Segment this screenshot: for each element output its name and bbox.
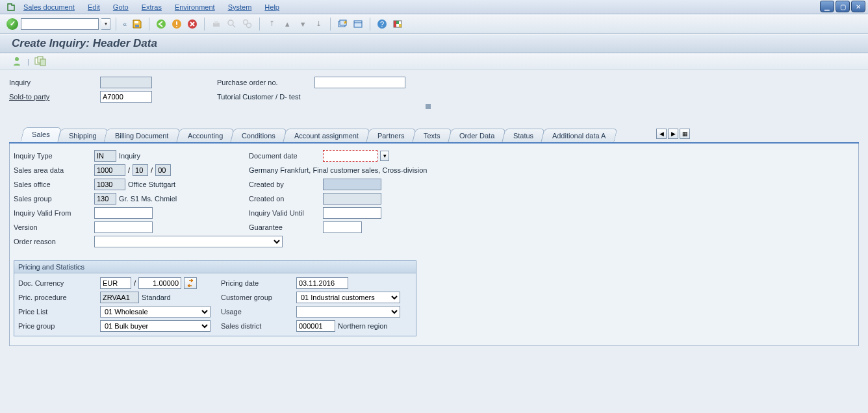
command-field[interactable]	[21, 18, 99, 30]
header-fields: Inquiry Purchase order no. Sold-to party…	[9, 77, 859, 103]
sales-group-field[interactable]	[94, 193, 116, 205]
soldto-field[interactable]	[100, 91, 152, 103]
order-reason-select[interactable]	[94, 236, 283, 247]
enter-ok-icon[interactable]: ✓	[6, 18, 18, 30]
usage-select[interactable]	[296, 306, 400, 318]
guarantee-label: Guarantee	[249, 223, 320, 231]
valid-until-field[interactable]	[323, 207, 381, 219]
app-menu-icon[interactable]	[5, 2, 17, 12]
tab-scroll-right-icon[interactable]: ▶	[668, 129, 678, 139]
sales-district-field[interactable]	[296, 320, 335, 332]
create-session-icon[interactable]: ★	[336, 18, 349, 31]
tab-scroll-left-icon[interactable]: ◀	[656, 129, 667, 139]
exchange-rate-button-icon[interactable]	[184, 277, 197, 289]
tab-shipping[interactable]: Shipping	[57, 129, 108, 142]
tab-billing-document[interactable]: Billing Document	[104, 129, 181, 142]
tab-body-sales: Inquiry Type Inquiry Document date ▾ Sal…	[9, 144, 859, 346]
menu-edit[interactable]: Edit	[88, 3, 100, 11]
tab-additional-data-a[interactable]: Additional data A	[541, 129, 618, 142]
sales-group-desc: Gr. S1 Ms. Chmiel	[119, 195, 177, 203]
command-dropdown[interactable]: ▾	[101, 18, 110, 30]
guarantee-field[interactable]	[323, 221, 362, 233]
menu-extras[interactable]: Extras	[142, 3, 162, 11]
svg-rect-1	[135, 25, 139, 27]
prev-page-icon: ▲	[281, 18, 294, 31]
tab-conditions[interactable]: Conditions	[231, 129, 287, 142]
display-sold-to-icon[interactable]	[12, 56, 22, 68]
tab-texts[interactable]: Texts	[412, 129, 452, 142]
price-group-label: Price group	[18, 322, 96, 330]
svg-text:★: ★	[343, 19, 348, 25]
exit-icon[interactable]	[170, 18, 183, 31]
tab-sales[interactable]: Sales	[20, 127, 61, 142]
sales-org-field[interactable]	[94, 164, 125, 176]
tab-status[interactable]: Status	[502, 129, 544, 142]
doc-currency-field[interactable]	[100, 277, 131, 289]
svg-rect-14	[354, 21, 362, 27]
svg-point-10	[247, 23, 251, 27]
price-list-label: Price List	[18, 308, 96, 316]
shortcut-icon[interactable]	[351, 18, 364, 31]
tab-accounting[interactable]: Accounting	[176, 129, 235, 142]
sales-area-label: Sales area data	[14, 166, 92, 174]
tab-partners[interactable]: Partners	[366, 129, 416, 142]
version-field[interactable]	[94, 221, 153, 233]
back-icon[interactable]	[155, 18, 168, 31]
soldto-label[interactable]: Sold-to party	[9, 93, 100, 101]
pricing-date-field[interactable]	[296, 277, 348, 289]
order-reason-label: Order reason	[14, 238, 92, 245]
price-group-select[interactable]: 01 Bulk buyer	[100, 320, 211, 332]
svg-line-8	[233, 25, 235, 27]
window-maximize-button[interactable]: ▢	[836, 1, 850, 12]
splitter-handle[interactable]	[426, 104, 431, 109]
svg-rect-20	[396, 21, 399, 24]
orders-icon[interactable]	[34, 56, 46, 68]
valid-from-field[interactable]	[94, 207, 153, 219]
menu-environment[interactable]: Environment	[175, 3, 215, 11]
help-icon[interactable]: ?	[376, 18, 389, 31]
sales-office-desc: Office Stuttgart	[128, 181, 175, 188]
created-by-label: Created by	[249, 181, 320, 188]
cancel-icon[interactable]	[186, 18, 199, 31]
sales-district-desc: Northern region	[338, 322, 387, 330]
window-close-button[interactable]: ✕	[851, 1, 865, 12]
print-icon	[210, 18, 223, 31]
svg-rect-21	[399, 24, 402, 27]
created-on-field[interactable]	[323, 193, 381, 205]
division-field[interactable]	[155, 164, 171, 176]
page-title: Create Inquiry: Header Data	[12, 37, 157, 50]
exchange-rate-field[interactable]	[138, 277, 181, 289]
po-field[interactable]	[314, 77, 405, 88]
menu-system[interactable]: System	[228, 3, 252, 11]
inquiry-field[interactable]	[100, 77, 152, 88]
system-toolbar: ✓ ▾ « ⤒ ▲ ▼ ⤓ ★ ?	[0, 14, 868, 34]
svg-rect-25	[40, 59, 45, 66]
created-by-field[interactable]	[323, 179, 381, 190]
pricing-title: Pricing and Statistics	[14, 261, 416, 273]
price-list-select[interactable]: 01 Wholesale	[100, 306, 211, 318]
save-icon[interactable]	[131, 18, 144, 31]
svg-point-7	[228, 20, 233, 25]
doc-date-help-icon[interactable]: ▾	[380, 151, 389, 161]
find-next-icon	[241, 18, 254, 31]
customer-group-select[interactable]: 01 Industrial customers	[296, 292, 400, 303]
svg-rect-6	[214, 21, 218, 23]
window-minimize-button[interactable]: ▁	[820, 1, 834, 12]
doc-date-field[interactable]	[323, 150, 377, 162]
menu-sales-document[interactable]: Sales document	[23, 3, 75, 11]
tab-order-data[interactable]: Order Data	[448, 129, 506, 142]
svg-text:?: ?	[380, 20, 384, 28]
menu-goto[interactable]: Goto	[113, 3, 129, 11]
pricing-proc-label: Pric. procedure	[18, 294, 96, 301]
menu-help[interactable]: Help	[264, 3, 279, 11]
sales-office-field[interactable]	[94, 179, 125, 190]
tab-list-icon[interactable]: ▦	[680, 129, 690, 139]
layout-icon[interactable]	[391, 18, 404, 31]
dist-ch-field[interactable]	[133, 164, 148, 176]
created-on-label: Created on	[249, 195, 320, 203]
tab-account-assignment[interactable]: Account assignment	[283, 129, 370, 142]
pricing-proc-field[interactable]	[100, 292, 139, 303]
pricing-date-label: Pricing date	[221, 279, 292, 287]
inquiry-type-field[interactable]	[94, 150, 116, 162]
inquiry-label: Inquiry	[9, 79, 100, 86]
